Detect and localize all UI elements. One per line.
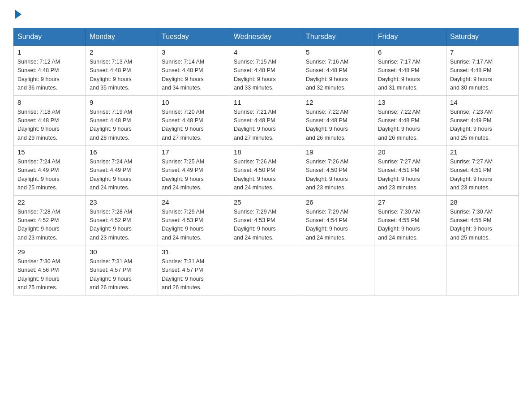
day-info: Sunrise: 7:19 AM Sunset: 4:48 PM Dayligh… (90, 108, 154, 143)
day-info: Sunrise: 7:23 AM Sunset: 4:49 PM Dayligh… (450, 108, 515, 143)
logo (13, 9, 21, 19)
day-number: 28 (450, 198, 515, 206)
day-number: 23 (90, 198, 154, 206)
calendar-day-cell: 9 Sunrise: 7:19 AM Sunset: 4:48 PM Dayli… (86, 95, 158, 146)
calendar-day-cell: 4 Sunrise: 7:15 AM Sunset: 4:48 PM Dayli… (230, 46, 302, 96)
day-info: Sunrise: 7:31 AM Sunset: 4:57 PM Dayligh… (90, 257, 154, 292)
day-number: 24 (162, 198, 226, 206)
calendar-day-cell: 16 Sunrise: 7:24 AM Sunset: 4:49 PM Dayl… (86, 146, 158, 196)
day-info: Sunrise: 7:22 AM Sunset: 4:48 PM Dayligh… (378, 108, 442, 143)
calendar-day-cell: 15 Sunrise: 7:24 AM Sunset: 4:49 PM Dayl… (14, 146, 86, 196)
day-info: Sunrise: 7:30 AM Sunset: 4:55 PM Dayligh… (450, 208, 515, 243)
day-of-week-header: Saturday (446, 28, 519, 46)
day-number: 11 (234, 98, 298, 106)
calendar-day-cell: 2 Sunrise: 7:13 AM Sunset: 4:48 PM Dayli… (86, 46, 158, 96)
calendar-week-row: 15 Sunrise: 7:24 AM Sunset: 4:49 PM Dayl… (14, 146, 519, 196)
calendar-day-cell: 22 Sunrise: 7:28 AM Sunset: 4:52 PM Dayl… (14, 195, 86, 245)
day-info: Sunrise: 7:29 AM Sunset: 4:54 PM Dayligh… (306, 208, 370, 243)
day-number: 16 (90, 148, 154, 156)
day-number: 7 (450, 48, 515, 56)
calendar-day-cell: 14 Sunrise: 7:23 AM Sunset: 4:49 PM Dayl… (446, 95, 519, 146)
day-of-week-header: Monday (86, 28, 158, 46)
day-number: 1 (17, 48, 82, 56)
day-info: Sunrise: 7:22 AM Sunset: 4:48 PM Dayligh… (306, 108, 370, 143)
day-info: Sunrise: 7:20 AM Sunset: 4:48 PM Dayligh… (162, 108, 226, 143)
day-info: Sunrise: 7:27 AM Sunset: 4:51 PM Dayligh… (378, 158, 442, 193)
calendar-header: SundayMondayTuesdayWednesdayThursdayFrid… (14, 28, 519, 46)
day-number: 14 (450, 98, 515, 106)
calendar-day-cell: 8 Sunrise: 7:18 AM Sunset: 4:48 PM Dayli… (14, 95, 86, 146)
calendar-day-cell: 30 Sunrise: 7:31 AM Sunset: 4:57 PM Dayl… (86, 245, 158, 295)
calendar-week-row: 29 Sunrise: 7:30 AM Sunset: 4:56 PM Dayl… (14, 245, 519, 295)
calendar-day-cell: 12 Sunrise: 7:22 AM Sunset: 4:48 PM Dayl… (302, 95, 374, 146)
day-number: 12 (306, 98, 370, 106)
day-info: Sunrise: 7:26 AM Sunset: 4:50 PM Dayligh… (306, 158, 370, 193)
calendar-day-cell: 24 Sunrise: 7:29 AM Sunset: 4:53 PM Dayl… (158, 195, 230, 245)
day-info: Sunrise: 7:29 AM Sunset: 4:53 PM Dayligh… (234, 208, 298, 243)
day-info: Sunrise: 7:13 AM Sunset: 4:48 PM Dayligh… (90, 58, 154, 93)
day-info: Sunrise: 7:17 AM Sunset: 4:48 PM Dayligh… (378, 58, 442, 93)
logo-arrow-icon (15, 10, 21, 19)
day-of-week-header: Friday (374, 28, 446, 46)
calendar-day-cell: 10 Sunrise: 7:20 AM Sunset: 4:48 PM Dayl… (158, 95, 230, 146)
day-info: Sunrise: 7:28 AM Sunset: 4:52 PM Dayligh… (17, 208, 82, 243)
calendar-day-cell: 31 Sunrise: 7:31 AM Sunset: 4:57 PM Dayl… (158, 245, 230, 295)
day-number: 8 (17, 98, 82, 106)
calendar-day-cell: 20 Sunrise: 7:27 AM Sunset: 4:51 PM Dayl… (374, 146, 446, 196)
page-header (13, 9, 519, 19)
day-info: Sunrise: 7:30 AM Sunset: 4:56 PM Dayligh… (17, 257, 82, 292)
day-number: 22 (17, 198, 82, 206)
calendar-day-cell: 26 Sunrise: 7:29 AM Sunset: 4:54 PM Dayl… (302, 195, 374, 245)
day-info: Sunrise: 7:24 AM Sunset: 4:49 PM Dayligh… (17, 158, 82, 193)
calendar-day-cell: 28 Sunrise: 7:30 AM Sunset: 4:55 PM Dayl… (446, 195, 519, 245)
calendar-day-cell: 25 Sunrise: 7:29 AM Sunset: 4:53 PM Dayl… (230, 195, 302, 245)
calendar-body: 1 Sunrise: 7:12 AM Sunset: 4:48 PM Dayli… (14, 46, 519, 295)
calendar-day-cell: 27 Sunrise: 7:30 AM Sunset: 4:55 PM Dayl… (374, 195, 446, 245)
day-number: 25 (234, 198, 298, 206)
calendar-day-cell: 18 Sunrise: 7:26 AM Sunset: 4:50 PM Dayl… (230, 146, 302, 196)
day-info: Sunrise: 7:15 AM Sunset: 4:48 PM Dayligh… (234, 58, 298, 93)
day-info: Sunrise: 7:31 AM Sunset: 4:57 PM Dayligh… (162, 257, 226, 292)
calendar-day-cell: 19 Sunrise: 7:26 AM Sunset: 4:50 PM Dayl… (302, 146, 374, 196)
day-info: Sunrise: 7:28 AM Sunset: 4:52 PM Dayligh… (90, 208, 154, 243)
calendar-day-cell (302, 245, 374, 295)
day-info: Sunrise: 7:14 AM Sunset: 4:48 PM Dayligh… (162, 58, 226, 93)
day-info: Sunrise: 7:17 AM Sunset: 4:48 PM Dayligh… (450, 58, 515, 93)
calendar-day-cell: 5 Sunrise: 7:16 AM Sunset: 4:48 PM Dayli… (302, 46, 374, 96)
day-number: 2 (90, 48, 154, 56)
calendar-day-cell: 17 Sunrise: 7:25 AM Sunset: 4:49 PM Dayl… (158, 146, 230, 196)
calendar-day-cell (374, 245, 446, 295)
calendar-week-row: 1 Sunrise: 7:12 AM Sunset: 4:48 PM Dayli… (14, 46, 519, 96)
day-info: Sunrise: 7:30 AM Sunset: 4:55 PM Dayligh… (378, 208, 442, 243)
calendar-week-row: 22 Sunrise: 7:28 AM Sunset: 4:52 PM Dayl… (14, 195, 519, 245)
header-row: SundayMondayTuesdayWednesdayThursdayFrid… (14, 28, 519, 46)
day-info: Sunrise: 7:26 AM Sunset: 4:50 PM Dayligh… (234, 158, 298, 193)
day-number: 30 (90, 248, 154, 256)
day-number: 10 (162, 98, 226, 106)
calendar-day-cell: 29 Sunrise: 7:30 AM Sunset: 4:56 PM Dayl… (14, 245, 86, 295)
calendar-day-cell: 7 Sunrise: 7:17 AM Sunset: 4:48 PM Dayli… (446, 46, 519, 96)
day-of-week-header: Sunday (14, 28, 86, 46)
day-number: 18 (234, 148, 298, 156)
day-number: 29 (17, 248, 82, 256)
calendar-day-cell (230, 245, 302, 295)
calendar-day-cell: 23 Sunrise: 7:28 AM Sunset: 4:52 PM Dayl… (86, 195, 158, 245)
day-info: Sunrise: 7:29 AM Sunset: 4:53 PM Dayligh… (162, 208, 226, 243)
day-info: Sunrise: 7:24 AM Sunset: 4:49 PM Dayligh… (90, 158, 154, 193)
day-of-week-header: Wednesday (230, 28, 302, 46)
day-number: 6 (378, 48, 442, 56)
calendar-day-cell: 6 Sunrise: 7:17 AM Sunset: 4:48 PM Dayli… (374, 46, 446, 96)
day-info: Sunrise: 7:25 AM Sunset: 4:49 PM Dayligh… (162, 158, 226, 193)
day-number: 15 (17, 148, 82, 156)
day-number: 13 (378, 98, 442, 106)
day-info: Sunrise: 7:21 AM Sunset: 4:48 PM Dayligh… (234, 108, 298, 143)
calendar-day-cell (446, 245, 519, 295)
day-info: Sunrise: 7:27 AM Sunset: 4:51 PM Dayligh… (450, 158, 515, 193)
day-info: Sunrise: 7:12 AM Sunset: 4:48 PM Dayligh… (17, 58, 82, 93)
calendar-day-cell: 11 Sunrise: 7:21 AM Sunset: 4:48 PM Dayl… (230, 95, 302, 146)
day-number: 27 (378, 198, 442, 206)
day-number: 3 (162, 48, 226, 56)
calendar-day-cell: 1 Sunrise: 7:12 AM Sunset: 4:48 PM Dayli… (14, 46, 86, 96)
day-number: 9 (90, 98, 154, 106)
day-number: 20 (378, 148, 442, 156)
